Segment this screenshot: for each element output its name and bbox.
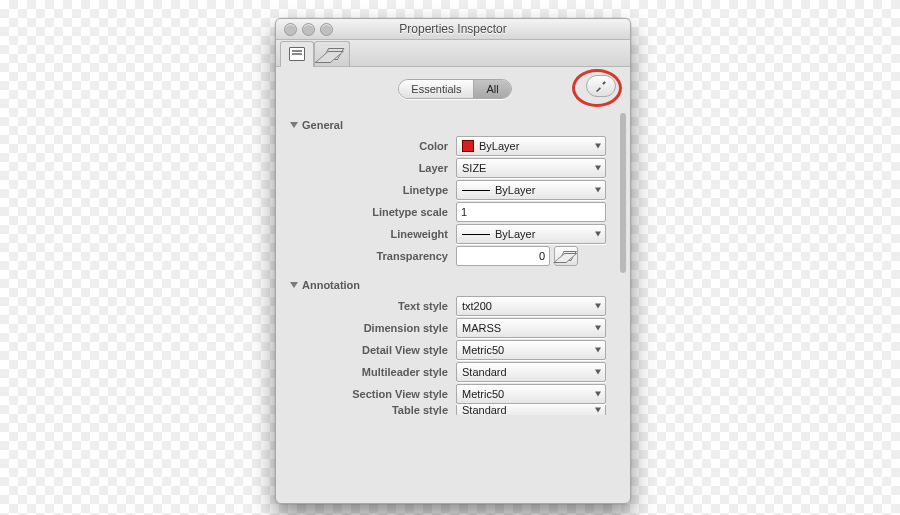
label-table-style: Table style	[290, 405, 456, 415]
label-dimension-style: Dimension style	[290, 322, 456, 334]
linetype-scale-value: 1	[461, 206, 467, 218]
window-title: Properties Inspector	[276, 22, 630, 36]
titlebar: Properties Inspector	[276, 19, 630, 40]
color-value: ByLayer	[479, 140, 519, 152]
chevron-down-icon	[595, 392, 601, 397]
label-layer: Layer	[290, 162, 456, 174]
row-multileader-style: Multileader style Standard	[290, 361, 626, 383]
row-text-style: Text style txt200	[290, 295, 626, 317]
tab-layer-properties[interactable]	[314, 41, 350, 66]
layer-value: SIZE	[462, 162, 486, 174]
linetype-sample-icon	[462, 190, 490, 191]
chevron-down-icon	[595, 408, 601, 413]
row-linetype: Linetype ByLayer	[290, 179, 626, 201]
text-style-value: txt200	[462, 300, 492, 312]
label-color: Color	[290, 140, 456, 152]
mode-essentials-button[interactable]: Essentials	[399, 80, 473, 98]
linetype-scale-input[interactable]: 1	[456, 202, 606, 222]
linetype-value: ByLayer	[495, 184, 535, 196]
row-table-style: Table style Standard	[290, 405, 626, 415]
properties-scroll-area[interactable]: General Color ByLayer Layer	[290, 113, 626, 499]
chevron-down-icon	[595, 348, 601, 353]
inspector-body: Essentials All General Color	[276, 67, 630, 503]
detail-view-style-value: Metric50	[462, 344, 504, 356]
chevron-down-icon	[595, 304, 601, 309]
properties-inspector-window: Properties Inspector Essentials All	[275, 18, 631, 504]
quick-properties-icon	[289, 47, 305, 61]
group-annotation-title: Annotation	[302, 279, 360, 291]
color-select[interactable]: ByLayer	[456, 136, 606, 156]
label-lineweight: Lineweight	[290, 228, 456, 240]
label-text-style: Text style	[290, 300, 456, 312]
lineweight-value: ByLayer	[495, 228, 535, 240]
transparency-input[interactable]: 0	[456, 246, 550, 266]
layer-select[interactable]: SIZE	[456, 158, 606, 178]
group-annotation-header[interactable]: Annotation	[290, 279, 626, 291]
mode-all-button[interactable]: All	[473, 80, 510, 98]
multileader-style-select[interactable]: Standard	[456, 362, 606, 382]
row-color: Color ByLayer	[290, 135, 626, 157]
row-section-view-style: Section View style Metric50	[290, 383, 626, 405]
label-section-view-style: Section View style	[290, 388, 456, 400]
scrollbar[interactable]	[620, 113, 626, 273]
row-transparency: Transparency 0	[290, 245, 626, 267]
linetype-select[interactable]: ByLayer	[456, 180, 606, 200]
label-detail-view-style: Detail View style	[290, 344, 456, 356]
chevron-down-icon	[595, 326, 601, 331]
chevron-down-icon	[595, 232, 601, 237]
eyedropper-icon	[594, 79, 608, 93]
disclosure-triangle-icon	[290, 282, 298, 288]
mode-segmented-control: Essentials All	[398, 79, 511, 99]
chevron-down-icon	[595, 370, 601, 375]
text-style-select[interactable]: txt200	[456, 296, 606, 316]
mode-segment-row: Essentials All	[290, 79, 620, 99]
group-annotation: Annotation Text style txt200 Dimension s…	[290, 279, 626, 415]
group-general-title: General	[302, 119, 343, 131]
inspector-tabstrip	[276, 40, 630, 67]
row-linetype-scale: Linetype scale 1	[290, 201, 626, 223]
chevron-down-icon	[595, 188, 601, 193]
layer-stack-icon	[323, 48, 341, 60]
label-linetype-scale: Linetype scale	[290, 206, 456, 218]
lineweight-sample-icon	[462, 234, 490, 235]
dimension-style-select[interactable]: MARSS	[456, 318, 606, 338]
dimension-style-value: MARSS	[462, 322, 501, 334]
layer-stack-icon	[559, 251, 573, 261]
row-layer: Layer SIZE	[290, 157, 626, 179]
label-multileader-style: Multileader style	[290, 366, 456, 378]
color-swatch-icon	[462, 140, 474, 152]
label-linetype: Linetype	[290, 184, 456, 196]
disclosure-triangle-icon	[290, 122, 298, 128]
group-general-header[interactable]: General	[290, 119, 626, 131]
group-general: General Color ByLayer Layer	[290, 119, 626, 267]
detail-view-style-select[interactable]: Metric50	[456, 340, 606, 360]
table-style-value: Standard	[462, 405, 507, 415]
row-dimension-style: Dimension style MARSS	[290, 317, 626, 339]
transparency-bylayer-button[interactable]	[554, 246, 578, 266]
tab-quick-properties[interactable]	[280, 41, 314, 66]
multileader-style-value: Standard	[462, 366, 507, 378]
section-view-style-value: Metric50	[462, 388, 504, 400]
section-view-style-select[interactable]: Metric50	[456, 384, 606, 404]
quick-select-button[interactable]	[586, 75, 616, 97]
chevron-down-icon	[595, 166, 601, 171]
table-style-select[interactable]: Standard	[456, 405, 606, 415]
label-transparency: Transparency	[290, 250, 456, 262]
lineweight-select[interactable]: ByLayer	[456, 224, 606, 244]
chevron-down-icon	[595, 144, 601, 149]
row-lineweight: Lineweight ByLayer	[290, 223, 626, 245]
row-detail-view-style: Detail View style Metric50	[290, 339, 626, 361]
transparency-value: 0	[539, 250, 545, 262]
